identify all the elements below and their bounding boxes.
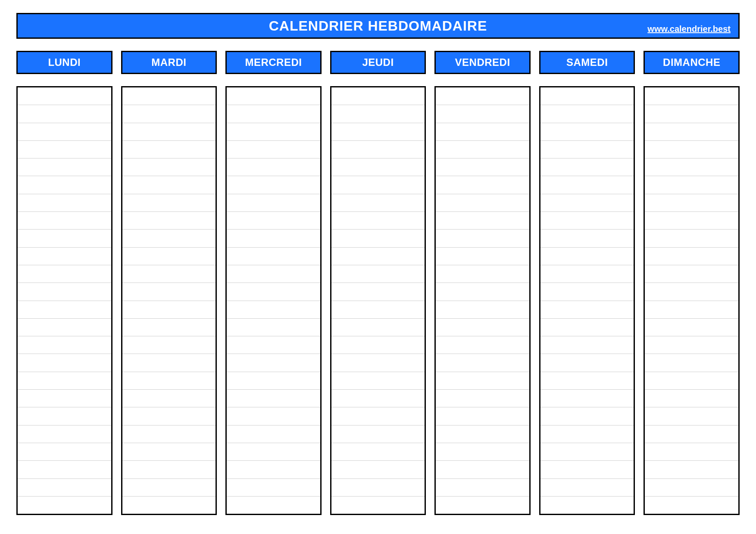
day-row[interactable] — [645, 212, 738, 230]
day-row[interactable] — [436, 176, 529, 194]
day-row[interactable] — [436, 158, 529, 176]
day-row[interactable] — [540, 336, 634, 354]
day-row[interactable] — [18, 87, 111, 105]
day-row[interactable] — [331, 265, 425, 283]
day-row[interactable] — [436, 354, 529, 372]
day-row[interactable] — [540, 407, 634, 425]
day-row[interactable] — [122, 407, 216, 425]
day-row[interactable] — [540, 283, 634, 301]
day-row[interactable] — [331, 230, 425, 247]
day-row[interactable] — [540, 123, 634, 141]
day-row[interactable] — [18, 301, 111, 319]
day-row[interactable] — [227, 87, 320, 105]
day-row[interactable] — [436, 497, 529, 514]
day-row[interactable] — [645, 87, 738, 105]
day-row[interactable] — [540, 141, 634, 158]
day-row[interactable] — [645, 105, 738, 123]
day-row[interactable] — [331, 390, 425, 407]
day-row[interactable] — [540, 497, 634, 514]
day-row[interactable] — [18, 443, 111, 461]
day-row[interactable] — [227, 497, 320, 514]
day-row[interactable] — [331, 336, 425, 354]
day-row[interactable] — [331, 372, 425, 390]
day-row[interactable] — [122, 87, 216, 105]
day-row[interactable] — [18, 141, 111, 158]
day-row[interactable] — [540, 372, 634, 390]
day-row[interactable] — [122, 283, 216, 301]
day-row[interactable] — [18, 354, 111, 372]
day-row[interactable] — [227, 372, 320, 390]
day-row[interactable] — [436, 212, 529, 230]
day-row[interactable] — [540, 461, 634, 478]
day-row[interactable] — [227, 336, 320, 354]
day-row[interactable] — [18, 407, 111, 425]
day-row[interactable] — [540, 301, 634, 319]
day-row[interactable] — [645, 390, 738, 407]
day-row[interactable] — [122, 497, 216, 514]
day-row[interactable] — [645, 479, 738, 497]
day-row[interactable] — [645, 265, 738, 283]
day-row[interactable] — [122, 479, 216, 497]
day-row[interactable] — [227, 123, 320, 141]
day-row[interactable] — [331, 248, 425, 265]
day-row[interactable] — [540, 319, 634, 336]
day-row[interactable] — [227, 141, 320, 158]
day-row[interactable] — [645, 230, 738, 247]
day-row[interactable] — [540, 87, 634, 105]
day-row[interactable] — [436, 265, 529, 283]
day-row[interactable] — [18, 176, 111, 194]
day-row[interactable] — [122, 336, 216, 354]
day-row[interactable] — [227, 461, 320, 478]
day-row[interactable] — [436, 194, 529, 212]
day-row[interactable] — [331, 194, 425, 212]
day-row[interactable] — [227, 265, 320, 283]
day-row[interactable] — [122, 105, 216, 123]
day-row[interactable] — [227, 176, 320, 194]
day-row[interactable] — [645, 425, 738, 443]
day-row[interactable] — [122, 425, 216, 443]
day-row[interactable] — [331, 87, 425, 105]
day-row[interactable] — [436, 248, 529, 265]
day-row[interactable] — [436, 425, 529, 443]
day-row[interactable] — [331, 105, 425, 123]
day-row[interactable] — [227, 212, 320, 230]
day-row[interactable] — [18, 461, 111, 478]
day-row[interactable] — [331, 158, 425, 176]
day-row[interactable] — [122, 390, 216, 407]
day-row[interactable] — [436, 407, 529, 425]
day-row[interactable] — [18, 390, 111, 407]
day-row[interactable] — [540, 390, 634, 407]
day-row[interactable] — [436, 141, 529, 158]
day-row[interactable] — [645, 336, 738, 354]
day-row[interactable] — [645, 123, 738, 141]
day-row[interactable] — [436, 105, 529, 123]
day-row[interactable] — [540, 479, 634, 497]
day-row[interactable] — [540, 212, 634, 230]
day-row[interactable] — [331, 461, 425, 478]
day-row[interactable] — [436, 336, 529, 354]
day-row[interactable] — [18, 158, 111, 176]
day-row[interactable] — [436, 443, 529, 461]
day-row[interactable] — [331, 425, 425, 443]
day-row[interactable] — [18, 336, 111, 354]
day-row[interactable] — [645, 283, 738, 301]
day-row[interactable] — [331, 354, 425, 372]
day-row[interactable] — [18, 479, 111, 497]
day-row[interactable] — [436, 87, 529, 105]
day-row[interactable] — [645, 443, 738, 461]
day-row[interactable] — [18, 265, 111, 283]
day-row[interactable] — [436, 319, 529, 336]
day-row[interactable] — [645, 141, 738, 158]
day-row[interactable] — [18, 212, 111, 230]
day-row[interactable] — [645, 354, 738, 372]
day-row[interactable] — [122, 141, 216, 158]
day-row[interactable] — [540, 158, 634, 176]
day-row[interactable] — [645, 407, 738, 425]
day-row[interactable] — [122, 265, 216, 283]
day-row[interactable] — [331, 319, 425, 336]
day-row[interactable] — [540, 443, 634, 461]
day-row[interactable] — [227, 105, 320, 123]
day-row[interactable] — [227, 443, 320, 461]
day-row[interactable] — [18, 319, 111, 336]
day-row[interactable] — [540, 194, 634, 212]
